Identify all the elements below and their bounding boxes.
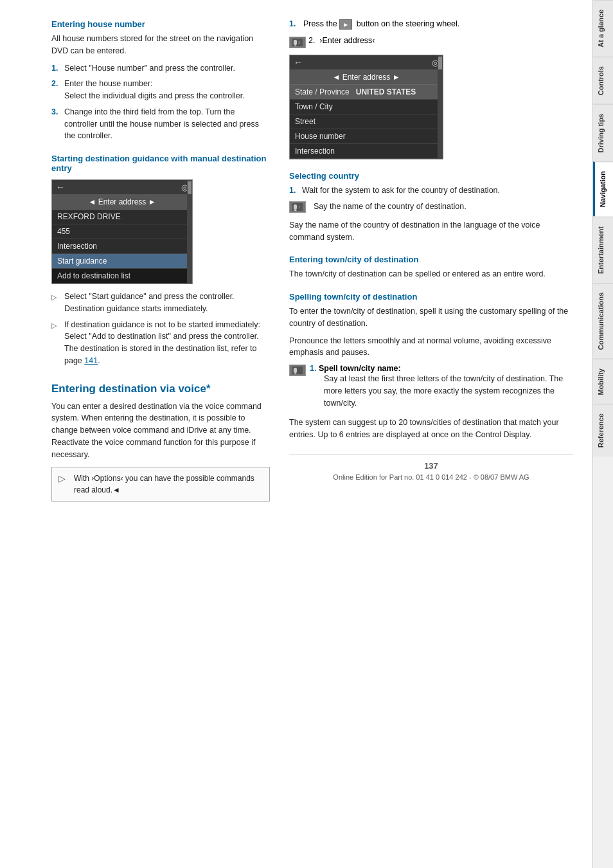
country-note: Say the name of the country of destinati… [289,219,573,244]
screen-row-street2: Street [290,114,443,129]
screen-header2: ← ◎ [290,55,443,70]
spelling-text1: To enter the town/city of destination, s… [289,305,573,330]
house-number-steps: 1. Select "House number" and press the c… [51,62,270,143]
screen-mockup-address: ← ◎ ◄ Enter address ► REXFORD DRIVE 455 … [51,179,193,284]
selecting-country-steps: 1. Wait for the system to ask for the co… [289,185,573,213]
back-icon2: ← [294,57,303,68]
screen-scroll2[interactable] [438,55,443,159]
country-step-1: 1. Wait for the system to ask for the co… [289,185,573,197]
svg-rect-11 [294,368,297,373]
spelling-note: The system can suggest up to 20 towns/ci… [289,417,573,441]
main-content: Entering house number All house numbers … [0,0,592,868]
voice-intro: You can enter a desired destination via … [51,401,270,461]
voice-svg2: 2. [292,203,303,211]
screen-mockup-address2: ← ◎ ◄ Enter address ► State / Province U… [289,55,443,159]
screen-row-town: Town / City [290,100,443,114]
voice-icon-step2: 2. [289,37,306,48]
option-box: ▷ With ›Options‹ you can have the possib… [51,467,270,502]
section-title-selecting-country: Selecting country [289,171,573,181]
step1-text: Press the button on the steering wheel. [303,19,459,30]
option-box-text: With ›Options‹ you can have the possible… [74,473,263,496]
scroll-thumb2 [438,57,442,69]
screen-row-intersection: Intersection [52,239,192,254]
arrow-icon-2: ▷ [51,320,60,367]
screen-row-intersection2: Intersection [290,144,443,159]
house-step-1: 1. Select "House number" and press the c… [51,62,270,75]
screen-row-state: State / Province UNITED STATES [290,85,443,100]
tab-driving-tips[interactable]: Driving tips [593,104,613,162]
step2-text: 2. ›Enter address‹ [308,36,375,45]
tab-reference[interactable]: Reference [593,404,613,457]
tab-at-glance[interactable]: At a glance [593,0,613,57]
step1-press-button: 1. Press the button on the steering whee… [289,19,573,30]
tab-navigation[interactable]: Navigation [593,161,613,216]
svg-text:2.: 2. [298,41,301,44]
screen-header: ← ◎ [52,180,192,195]
spelling-step-1: 1. Spell town/city name: Say at least th… [289,364,573,413]
screen-row-housenumber: House number [290,129,443,144]
steering-wheel-button-icon [339,19,352,30]
section-title-spelling: Spelling town/city of destination [289,292,573,302]
svg-rect-6 [294,204,297,210]
guidance-bullet-2: ▷ If destination guidance is not to be s… [51,319,270,367]
section-title-town-city: Entering town/city of destination [289,255,573,264]
tab-entertainment[interactable]: Entertainment [593,217,613,283]
spelling-step-main: 1. Spell town/city name: [310,364,573,373]
house-step-3: 3. Change into the third field from the … [51,106,270,142]
back-icon: ← [56,182,65,192]
arrow-icon-1: ▷ [51,292,60,315]
tab-mobility[interactable]: Mobility [593,359,613,404]
spelling-step-content: 1. Spell town/city name: Say at least th… [310,364,573,413]
spelling-step-num: 1. [310,364,316,373]
state-label: State / Province [295,87,350,96]
voice-svg: 2. [292,39,303,46]
screen-row-add-destination[interactable]: Add to destination list [52,269,192,284]
guidance-bullet-1: ▷ Select "Start guidance" and press the … [51,291,270,315]
spelling-step-sub: Say at least the first three letters of … [324,373,573,409]
town-city-text: The town/city of destination can be spel… [289,268,573,280]
step1-num: 1. [289,19,299,28]
house-number-intro: All house numbers stored for the street … [51,33,270,57]
voice-icon-country: 2. [289,201,306,213]
left-column: Entering house number All house numbers … [51,19,270,849]
screen-title-enter-address: ◄ Enter address ► [52,195,192,210]
svg-text:2.: 2. [298,205,301,209]
svg-rect-1 [294,40,297,45]
section-title-voice: Entering destination via voice* [51,383,270,395]
guidance-bullets: ▷ Select "Start guidance" and press the … [51,291,270,367]
voice-svg3 [292,366,303,374]
page-container: Entering house number All house numbers … [0,0,613,868]
right-column: 1. Press the button on the steering whee… [289,19,573,849]
page-footer: 137 Online Edition for Part no. 01 41 0 … [289,454,573,494]
screen-scroll[interactable] [187,180,192,284]
step2-enter-address: 2. 2. ›Enter address‹ [289,36,573,48]
screen-row-number: 455 [52,224,192,239]
screen-title-enter-address2: ◄ Enter address ► [290,70,443,85]
section-title-house-number: Entering house number [51,19,270,29]
country-step-2: 2. Say the name of the country of destin… [289,201,573,213]
tab-communications[interactable]: Communications [593,283,613,359]
house-step-2: 2. Enter the house number:Select the ind… [51,78,270,102]
voice-icon-spelling [289,365,306,376]
footer-text: Online Edition for Part no. 01 41 0 014 … [333,473,529,481]
screen-row-start-guidance[interactable]: Start guidance [52,254,192,269]
sidebar-tabs: At a glance Controls Driving tips Naviga… [592,0,613,868]
tab-controls[interactable]: Controls [593,57,613,104]
state-value: UNITED STATES [356,87,416,96]
page-number: 137 [289,461,573,471]
scroll-thumb [188,181,191,194]
section-title-start-guidance: Starting destination guidance with manua… [51,154,270,173]
screen-row-street: REXFORD DRIVE [52,210,192,224]
spelling-text2: Pronounce the letters smoothly and at no… [289,335,573,359]
option-arrow-icon: ▷ [58,473,69,484]
spelling-step-label: Spell town/city name: [319,364,401,373]
press-button-step: 1. Press the button on the steering whee… [289,19,573,30]
